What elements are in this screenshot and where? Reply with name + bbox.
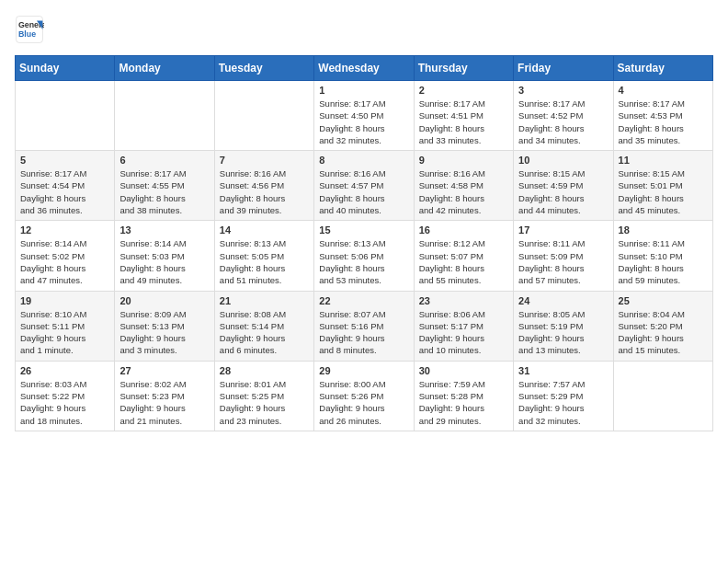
calendar-day-header: Thursday: [414, 56, 513, 81]
calendar-table: SundayMondayTuesdayWednesdayThursdayFrid…: [15, 55, 713, 431]
calendar-day-cell: [115, 81, 214, 151]
calendar-week-row: 1Sunrise: 8:17 AM Sunset: 4:50 PM Daylig…: [16, 81, 713, 151]
calendar-header-row: SundayMondayTuesdayWednesdayThursdayFrid…: [16, 56, 713, 81]
day-number: 17: [518, 224, 608, 236]
calendar-day-cell: 18Sunrise: 8:11 AM Sunset: 5:10 PM Dayli…: [613, 221, 712, 291]
calendar-day-header: Friday: [514, 56, 613, 81]
day-number: 2: [419, 85, 508, 96]
day-number: 28: [220, 365, 309, 376]
logo-icon: General Blue: [15, 15, 44, 44]
day-info: Sunrise: 8:17 AM Sunset: 4:53 PM Dayligh…: [619, 98, 708, 146]
calendar-day-cell: 13Sunrise: 8:14 AM Sunset: 5:03 PM Dayli…: [115, 221, 214, 291]
calendar-day-cell: 19Sunrise: 8:10 AM Sunset: 5:11 PM Dayli…: [16, 291, 115, 361]
day-info: Sunrise: 8:09 AM Sunset: 5:13 PM Dayligh…: [119, 308, 209, 357]
day-info: Sunrise: 7:59 AM Sunset: 5:28 PM Dayligh…: [419, 378, 508, 427]
calendar-day-cell: 31Sunrise: 7:57 AM Sunset: 5:29 PM Dayli…: [514, 361, 613, 431]
calendar-day-cell: 30Sunrise: 7:59 AM Sunset: 5:28 PM Dayli…: [414, 361, 513, 431]
calendar-day-cell: 16Sunrise: 8:12 AM Sunset: 5:07 PM Dayli…: [414, 221, 513, 291]
day-number: 5: [20, 155, 109, 166]
calendar-day-cell: 6Sunrise: 8:17 AM Sunset: 4:55 PM Daylig…: [115, 151, 214, 221]
day-info: Sunrise: 8:17 AM Sunset: 4:51 PM Dayligh…: [419, 98, 508, 146]
day-info: Sunrise: 8:02 AM Sunset: 5:23 PM Dayligh…: [119, 378, 209, 427]
calendar-day-cell: 24Sunrise: 8:05 AM Sunset: 5:19 PM Dayli…: [514, 291, 613, 361]
day-number: 20: [119, 295, 209, 306]
day-info: Sunrise: 8:13 AM Sunset: 5:05 PM Dayligh…: [220, 237, 309, 286]
day-info: Sunrise: 8:06 AM Sunset: 5:17 PM Dayligh…: [419, 308, 508, 357]
day-info: Sunrise: 8:11 AM Sunset: 5:09 PM Dayligh…: [518, 237, 608, 286]
calendar-day-cell: [16, 81, 115, 151]
calendar-day-cell: 20Sunrise: 8:09 AM Sunset: 5:13 PM Dayli…: [115, 291, 214, 361]
calendar-week-row: 19Sunrise: 8:10 AM Sunset: 5:11 PM Dayli…: [16, 291, 713, 361]
day-number: 7: [220, 155, 309, 166]
day-number: 19: [20, 295, 109, 306]
day-number: 23: [419, 295, 508, 306]
calendar-day-cell: 11Sunrise: 8:15 AM Sunset: 5:01 PM Dayli…: [613, 151, 712, 221]
day-info: Sunrise: 7:57 AM Sunset: 5:29 PM Dayligh…: [518, 378, 608, 427]
day-number: 4: [619, 85, 708, 96]
day-info: Sunrise: 8:04 AM Sunset: 5:20 PM Dayligh…: [619, 308, 708, 357]
day-info: Sunrise: 8:10 AM Sunset: 5:11 PM Dayligh…: [20, 308, 109, 357]
day-info: Sunrise: 8:15 AM Sunset: 5:01 PM Dayligh…: [619, 167, 708, 216]
calendar-day-cell: 1Sunrise: 8:17 AM Sunset: 4:50 PM Daylig…: [314, 81, 414, 151]
day-info: Sunrise: 8:13 AM Sunset: 5:06 PM Dayligh…: [319, 237, 408, 286]
calendar-week-row: 5Sunrise: 8:17 AM Sunset: 4:54 PM Daylig…: [16, 151, 713, 221]
calendar-day-cell: 10Sunrise: 8:15 AM Sunset: 4:59 PM Dayli…: [514, 151, 613, 221]
day-info: Sunrise: 8:16 AM Sunset: 4:57 PM Dayligh…: [319, 167, 408, 216]
calendar-week-row: 26Sunrise: 8:03 AM Sunset: 5:22 PM Dayli…: [16, 361, 713, 431]
day-number: 15: [319, 224, 408, 236]
calendar-day-header: Sunday: [16, 56, 115, 81]
day-number: 12: [20, 224, 109, 236]
page-header: General Blue: [15, 15, 713, 44]
day-number: 16: [419, 224, 508, 236]
day-number: 10: [518, 155, 608, 166]
day-info: Sunrise: 8:17 AM Sunset: 4:52 PM Dayligh…: [518, 98, 608, 146]
calendar-day-cell: 29Sunrise: 8:00 AM Sunset: 5:26 PM Dayli…: [314, 361, 414, 431]
calendar-day-cell: 17Sunrise: 8:11 AM Sunset: 5:09 PM Dayli…: [514, 221, 613, 291]
day-info: Sunrise: 8:17 AM Sunset: 4:54 PM Dayligh…: [20, 167, 109, 216]
day-info: Sunrise: 8:03 AM Sunset: 5:22 PM Dayligh…: [20, 378, 109, 427]
calendar-day-cell: 28Sunrise: 8:01 AM Sunset: 5:25 PM Dayli…: [214, 361, 313, 431]
day-info: Sunrise: 8:12 AM Sunset: 5:07 PM Dayligh…: [419, 237, 508, 286]
calendar-day-cell: 5Sunrise: 8:17 AM Sunset: 4:54 PM Daylig…: [16, 151, 115, 221]
calendar-day-cell: [214, 81, 313, 151]
svg-text:Blue: Blue: [18, 29, 36, 39]
calendar-day-header: Tuesday: [214, 56, 313, 81]
day-number: 6: [119, 155, 209, 166]
calendar-day-cell: 2Sunrise: 8:17 AM Sunset: 4:51 PM Daylig…: [414, 81, 513, 151]
calendar-day-header: Wednesday: [314, 56, 414, 81]
day-number: 30: [419, 365, 508, 376]
day-info: Sunrise: 8:14 AM Sunset: 5:03 PM Dayligh…: [119, 237, 209, 286]
day-number: 9: [419, 155, 508, 166]
day-info: Sunrise: 8:17 AM Sunset: 4:55 PM Dayligh…: [119, 167, 209, 216]
calendar-day-cell: 14Sunrise: 8:13 AM Sunset: 5:05 PM Dayli…: [214, 221, 313, 291]
day-number: 29: [319, 365, 408, 376]
day-number: 11: [619, 155, 708, 166]
logo: General Blue: [15, 15, 44, 44]
day-info: Sunrise: 8:11 AM Sunset: 5:10 PM Dayligh…: [619, 237, 708, 286]
day-info: Sunrise: 8:01 AM Sunset: 5:25 PM Dayligh…: [220, 378, 309, 427]
calendar-day-cell: 8Sunrise: 8:16 AM Sunset: 4:57 PM Daylig…: [314, 151, 414, 221]
calendar-day-cell: 9Sunrise: 8:16 AM Sunset: 4:58 PM Daylig…: [414, 151, 513, 221]
calendar-day-cell: 22Sunrise: 8:07 AM Sunset: 5:16 PM Dayli…: [314, 291, 414, 361]
day-info: Sunrise: 8:00 AM Sunset: 5:26 PM Dayligh…: [319, 378, 408, 427]
calendar-day-cell: 25Sunrise: 8:04 AM Sunset: 5:20 PM Dayli…: [613, 291, 712, 361]
day-number: 21: [220, 295, 309, 306]
day-number: 31: [518, 365, 608, 376]
calendar-week-row: 12Sunrise: 8:14 AM Sunset: 5:02 PM Dayli…: [16, 221, 713, 291]
calendar-day-cell: 15Sunrise: 8:13 AM Sunset: 5:06 PM Dayli…: [314, 221, 414, 291]
day-number: 14: [220, 224, 309, 236]
day-number: 26: [20, 365, 109, 376]
day-info: Sunrise: 8:07 AM Sunset: 5:16 PM Dayligh…: [319, 308, 408, 357]
day-number: 1: [319, 85, 408, 96]
calendar-day-cell: 3Sunrise: 8:17 AM Sunset: 4:52 PM Daylig…: [514, 81, 613, 151]
calendar-body: 1Sunrise: 8:17 AM Sunset: 4:50 PM Daylig…: [16, 81, 713, 431]
calendar-day-header: Saturday: [613, 56, 712, 81]
day-info: Sunrise: 8:14 AM Sunset: 5:02 PM Dayligh…: [20, 237, 109, 286]
calendar-day-cell: [613, 361, 712, 431]
calendar-day-cell: 26Sunrise: 8:03 AM Sunset: 5:22 PM Dayli…: [16, 361, 115, 431]
day-number: 3: [518, 85, 608, 96]
day-number: 22: [319, 295, 408, 306]
calendar-day-cell: 27Sunrise: 8:02 AM Sunset: 5:23 PM Dayli…: [115, 361, 214, 431]
calendar-day-cell: 21Sunrise: 8:08 AM Sunset: 5:14 PM Dayli…: [214, 291, 313, 361]
day-number: 25: [619, 295, 708, 306]
